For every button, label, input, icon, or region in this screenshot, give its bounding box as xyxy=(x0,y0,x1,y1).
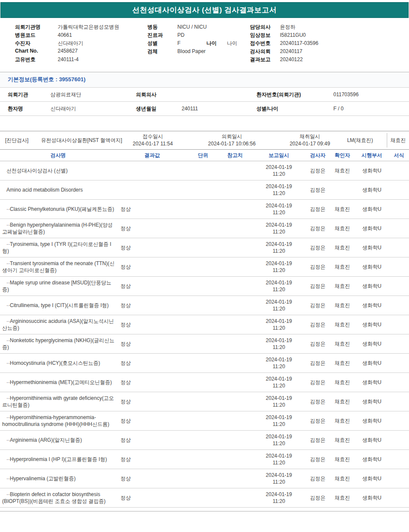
col-header-reported: 보고일시 xyxy=(252,152,306,159)
test-name: ··Biopterin defect in cofactor biosynthe… xyxy=(0,488,116,507)
col-header-result: 결과값 xyxy=(116,152,188,159)
result-value: 정상 xyxy=(116,437,188,444)
test-name: ··Hyperornithinemia-hyperammonemia-homoc… xyxy=(0,411,116,430)
result-value: 정상 xyxy=(116,379,188,386)
confirmer-name: 채효진 xyxy=(330,225,355,232)
basic-info-title-text: 기본정보(등록번호 : 39557601) xyxy=(8,76,85,83)
col-header-tester: 검사자 xyxy=(306,152,330,159)
field-label: 병동 xyxy=(147,24,177,31)
results-table-body: 선천성대사이상검사 (선별) 2024-01-19 11:20 김정은 채효진 … xyxy=(0,161,409,508)
department-name: 생화학U xyxy=(355,494,389,502)
reported-datetime: 2024-01-19 11:20 xyxy=(252,414,306,428)
reported-datetime: 2024-01-19 11:20 xyxy=(252,452,306,466)
reported-datetime: 2024-01-19 11:20 xyxy=(252,222,306,235)
received-value: 2024-01-17 11:54 xyxy=(128,140,177,148)
result-row: ··Hyperornithinemia with gyrate deficien… xyxy=(0,392,409,411)
tester-name: 김정은 xyxy=(306,167,330,174)
received-label: 접수일시 xyxy=(128,133,177,140)
field-label: 접수번호 xyxy=(250,40,280,47)
confirmer-name: 채효진 xyxy=(330,475,355,482)
basic-info-row: 의뢰기관 삼광의료재단 의뢰의사 환자번호(의뢰기관) 011703596 xyxy=(0,88,409,102)
diagnostic-tag: [진단검사] xyxy=(0,137,35,144)
department-name: 생화학U xyxy=(355,263,389,271)
test-name: ··Hyperprolinemia I (HP I)(고프롤린혈증 I형) xyxy=(0,453,116,465)
test-name: ··Benign hyperphenylalaninemia (H-PHE)(양… xyxy=(0,219,116,238)
header-col-right: 담당의사윤정하 임상정보I58211GU0 접수번호20240117-03596… xyxy=(250,24,409,64)
confirmer-name: 채효진 xyxy=(330,244,355,251)
test-name: 선천성대사이상검사 (선별) xyxy=(0,165,116,177)
diagnostic-test-name: 유전성대사이상질환[NST 혈액여지] xyxy=(35,137,128,144)
requested-datetime: 의뢰일시 2024-01-17 10:06:56 xyxy=(177,133,286,148)
department-name: 생화학U xyxy=(355,379,389,386)
result-value: 정상 xyxy=(116,263,188,271)
department-name: 생화학U xyxy=(355,244,389,251)
header-field: 담당의사윤정하 xyxy=(250,24,409,32)
result-value: 정상 xyxy=(116,340,188,348)
header-field: 임상정보I58211GU0 xyxy=(250,32,409,40)
department-name: 생화학U xyxy=(355,302,389,309)
results-header-row: 검사명 결과값 단위 참고치 보고일시 검사자 확인자 시행부서 서식 xyxy=(0,150,409,161)
reported-datetime: 2024-01-19 11:20 xyxy=(252,433,306,447)
field-label: 진료과 xyxy=(147,32,177,39)
result-row: ··Transient tyrosinemia of the neonate (… xyxy=(0,257,409,277)
tester-name: 김정은 xyxy=(306,494,330,502)
test-name: ··Argininosuccinic aciduria (ASA)(알지노석시닌… xyxy=(0,315,116,334)
col-header-unit: 단위 xyxy=(188,152,218,159)
field-value: 20240117-03596 xyxy=(280,40,318,46)
field-label: 고유번호 xyxy=(15,56,58,63)
confirmer-name: 채효진 xyxy=(330,398,355,405)
result-row: ··Tyrosinemia, type I (TYR I)(고타이로신혈증 I형… xyxy=(0,238,409,257)
field-label-2: 나이 xyxy=(206,40,227,47)
confirmer-name: 채효진 xyxy=(330,321,355,328)
result-value: 정상 xyxy=(116,398,188,405)
confirmer-name: 채효진 xyxy=(330,302,355,309)
col-header-confirmer: 확인자 xyxy=(330,152,355,159)
department-name: 생화학U xyxy=(355,475,389,482)
report-title-bar: 선천성대사이상검사 (선별) 검사결과보고서 xyxy=(0,2,409,18)
department-name: 생화학U xyxy=(355,206,389,213)
tester-name: 김정은 xyxy=(306,263,330,271)
field-value: 011703596 xyxy=(333,92,409,98)
result-value: 정상 xyxy=(116,494,188,502)
tester-name: 김정은 xyxy=(306,475,330,482)
field-value: 삼광의료재단 xyxy=(50,91,136,98)
field-label: 담당의사 xyxy=(250,24,280,31)
received-datetime: 접수일시 2024-01-17 11:54 xyxy=(128,133,177,148)
department-name: 생화학U xyxy=(355,456,389,463)
field-label: 환자번호(의뢰기관) xyxy=(256,91,333,98)
header-info: 의뢰기관명가톨릭대학교은평성모병원 병원코드40661 수진자신다래아기 Cha… xyxy=(0,18,409,69)
tester-name: 김정은 xyxy=(306,321,330,328)
col-header-department: 시행부서 xyxy=(355,152,389,159)
field-label: 검사의뢰 xyxy=(250,48,280,55)
field-value: NICU / NICU xyxy=(177,24,206,30)
result-row: ··Hypermethioninemia (MET)(고메티오닌혈증) 정상 2… xyxy=(0,373,409,392)
collected-value: 2024-01-17 09:49 xyxy=(286,140,333,148)
reported-datetime: 2024-01-19 11:20 xyxy=(252,279,306,293)
department-name: 생화학U xyxy=(355,167,389,174)
confirmer-name: 채효진 xyxy=(330,283,355,290)
basic-info-row: 환자명 신다래아기 생년월일 240111 성별/나이 F / 0 xyxy=(0,102,409,116)
field-value: 20240117 xyxy=(280,48,303,54)
page-bottom-divider xyxy=(0,511,409,511)
field-value: 40661 xyxy=(58,32,72,38)
result-row: 선천성대사이상검사 (선별) 2024-01-19 11:20 김정은 채효진 … xyxy=(0,161,409,180)
field-value: 신다래아기 xyxy=(58,40,83,46)
tester-name: 김정은 xyxy=(306,225,330,232)
reported-datetime: 2024-01-19 11:20 xyxy=(252,472,306,485)
header-col-left: 의뢰기관명가톨릭대학교은평성모병원 병원코드40661 수진자신다래아기 Cha… xyxy=(15,24,147,64)
result-row: ··Classic Phenylketonuria (PKU)(페닐케톤뇨증) … xyxy=(0,200,409,219)
diagnostic-strip: [진단검사] 유전성대사이상질환[NST 혈액여지] 접수일시 2024-01-… xyxy=(0,131,409,150)
basic-info-table: 의뢰기관 삼광의료재단 의뢰의사 환자번호(의뢰기관) 011703596 환자… xyxy=(0,88,409,116)
tester-name: 김정은 xyxy=(306,206,330,213)
department-name: 생화학U xyxy=(355,225,389,232)
result-value: 정상 xyxy=(116,475,188,482)
tester-name: 김정은 xyxy=(306,456,330,463)
tester-name: 김정은 xyxy=(306,398,330,405)
field-value: PD xyxy=(177,32,206,38)
field-value: 240111 xyxy=(182,106,256,112)
field-value: 가톨릭대학교은평성모병원 xyxy=(58,24,119,30)
reported-datetime: 2024-01-19 11:20 xyxy=(252,164,306,177)
result-value: 정상 xyxy=(116,321,188,328)
test-name: ··Argininemia (ARG)(알지닌혈증) xyxy=(0,434,116,446)
header-field: 병원코드40661 xyxy=(15,32,147,40)
